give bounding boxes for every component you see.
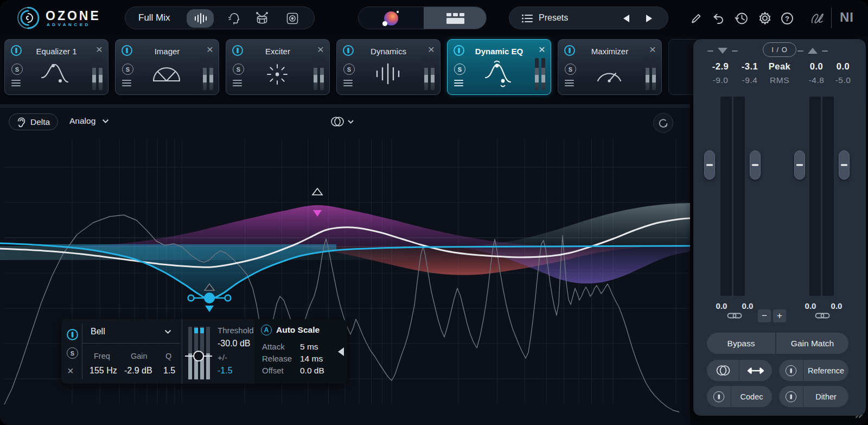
range-value[interactable]: -1.5: [218, 366, 233, 376]
module-tile-equalizer[interactable]: Equalizer 1 × S: [4, 39, 108, 95]
module-tile-exciter[interactable]: Exciter × S: [226, 39, 330, 95]
offset-value[interactable]: 0.0 dB: [300, 366, 324, 376]
close-icon[interactable]: ×: [428, 44, 435, 55]
module-tile-dynamics[interactable]: Dynamics × S: [336, 39, 441, 95]
output-link-button[interactable]: [815, 312, 830, 320]
link-icon: [727, 312, 742, 320]
filter-shape-select[interactable]: Bell: [82, 322, 180, 341]
assistant-view-button[interactable]: [359, 7, 424, 29]
power-icon[interactable]: [10, 45, 22, 56]
mix-mode-label[interactable]: Full Mix: [138, 12, 170, 23]
menu-icon[interactable]: [11, 78, 21, 88]
help-icon: ?: [780, 11, 795, 26]
mix-vocal-button[interactable]: [223, 9, 245, 28]
gain-match-button[interactable]: Gain Match: [776, 333, 848, 354]
solo-button[interactable]: S: [233, 64, 244, 75]
close-icon[interactable]: ×: [539, 44, 545, 55]
input-gain-slider-right[interactable]: [750, 150, 761, 180]
dither-power-button[interactable]: [779, 386, 803, 407]
attack-value[interactable]: 5 ms: [300, 342, 318, 352]
settings-button[interactable]: [755, 9, 775, 28]
mix-master-button[interactable]: [282, 9, 303, 28]
freq-value[interactable]: 155 Hz: [90, 366, 117, 376]
module-title: Maximizer: [580, 47, 640, 56]
band-solo-button[interactable]: S: [67, 347, 78, 359]
solo-button[interactable]: S: [122, 64, 133, 75]
reference-button[interactable]: Reference: [803, 360, 848, 381]
menu-icon[interactable]: [233, 78, 242, 88]
undo-button[interactable]: [710, 11, 727, 26]
autoscale-toggle[interactable]: A Auto Scale: [261, 325, 320, 335]
input-link-button[interactable]: [727, 312, 742, 320]
close-icon[interactable]: ×: [96, 44, 103, 55]
close-icon[interactable]: ×: [207, 44, 213, 55]
solo-button[interactable]: S: [454, 64, 465, 75]
module-tile-dynamic-eq[interactable]: Dynamic EQ × S: [447, 39, 551, 95]
gain-value[interactable]: -2.9 dB: [124, 366, 152, 376]
input-gain-value-right[interactable]: 0.0: [742, 301, 754, 310]
stereo-mode-button[interactable]: [707, 360, 739, 381]
input-gain-slider-left[interactable]: [704, 150, 715, 180]
help-button[interactable]: ?: [778, 10, 796, 27]
power-icon[interactable]: [121, 45, 133, 56]
collapse-panel-arrow[interactable]: [338, 347, 344, 356]
delta-button[interactable]: Delta: [9, 113, 58, 130]
output-gain-value-left[interactable]: 0.0: [805, 301, 816, 310]
power-icon[interactable]: [564, 45, 576, 56]
output-gain-slider-right[interactable]: [839, 150, 850, 180]
menu-icon[interactable]: [122, 78, 131, 88]
out-rms-left: -4.8: [809, 75, 825, 85]
output-gain-value-right[interactable]: 0.0: [831, 301, 843, 310]
power-icon[interactable]: [232, 45, 244, 56]
mix-fullmix-button[interactable]: [187, 9, 214, 28]
stereo-mode-select[interactable]: [330, 116, 354, 127]
threshold-signal-led: [200, 328, 204, 333]
detailed-view-button[interactable]: [424, 7, 487, 29]
solo-button[interactable]: S: [565, 64, 576, 75]
input-gain-value-left[interactable]: 0.0: [716, 301, 727, 310]
power-icon[interactable]: [453, 45, 465, 56]
mix-drums-button[interactable]: [251, 9, 273, 28]
band-power-icon[interactable]: [66, 328, 79, 341]
preset-prev-button[interactable]: [623, 15, 629, 22]
pencil-icon: [690, 12, 702, 24]
dither-button[interactable]: Dither: [803, 386, 848, 407]
history-button[interactable]: [732, 10, 751, 27]
auto-release-button[interactable]: [653, 113, 673, 133]
waveform-icon: [194, 13, 207, 24]
close-icon[interactable]: ×: [649, 44, 656, 55]
reference-power-button[interactable]: [779, 360, 803, 381]
audiolens-button[interactable]: [807, 10, 827, 27]
dynamic-eq-curve-icon: [481, 58, 515, 90]
collapse-output-icon[interactable]: [797, 46, 828, 55]
close-icon[interactable]: ×: [317, 44, 324, 55]
trim-minus-button[interactable]: −: [758, 309, 771, 322]
module-tile-imager[interactable]: Imager × S: [115, 39, 219, 95]
module-tile-maximizer[interactable]: Maximizer × S: [558, 39, 662, 95]
threshold-meter[interactable]: [185, 327, 212, 379]
collapse-input-icon[interactable]: [707, 46, 738, 55]
trim-plus-button[interactable]: +: [773, 309, 786, 322]
threshold-value[interactable]: -30.0 dB: [218, 339, 250, 348]
menu-icon[interactable]: [565, 78, 574, 88]
width-button[interactable]: [739, 360, 772, 381]
io-toggle-button[interactable]: I / O: [763, 42, 796, 57]
solo-button[interactable]: S: [343, 64, 355, 75]
codec-button[interactable]: Codec: [731, 386, 772, 407]
band-delete-button[interactable]: ×: [67, 365, 74, 377]
codec-power-button[interactable]: [707, 386, 731, 407]
eq-mode-select[interactable]: Analog: [69, 116, 109, 126]
threshold-handle[interactable]: [193, 351, 204, 361]
freq-header: Freq: [94, 352, 110, 360]
auto-scale-label: Auto Scale: [276, 325, 320, 335]
preset-next-button[interactable]: [646, 15, 652, 22]
menu-icon[interactable]: [454, 78, 463, 88]
edit-pencil-button[interactable]: [688, 11, 704, 26]
q-value[interactable]: 1.5: [163, 366, 175, 376]
solo-button[interactable]: S: [11, 64, 23, 75]
presets-pill[interactable]: Presets: [509, 7, 668, 29]
bypass-button[interactable]: Bypass: [707, 333, 775, 354]
menu-icon[interactable]: [343, 78, 353, 88]
power-icon[interactable]: [342, 45, 354, 56]
release-value[interactable]: 14 ms: [300, 354, 323, 364]
